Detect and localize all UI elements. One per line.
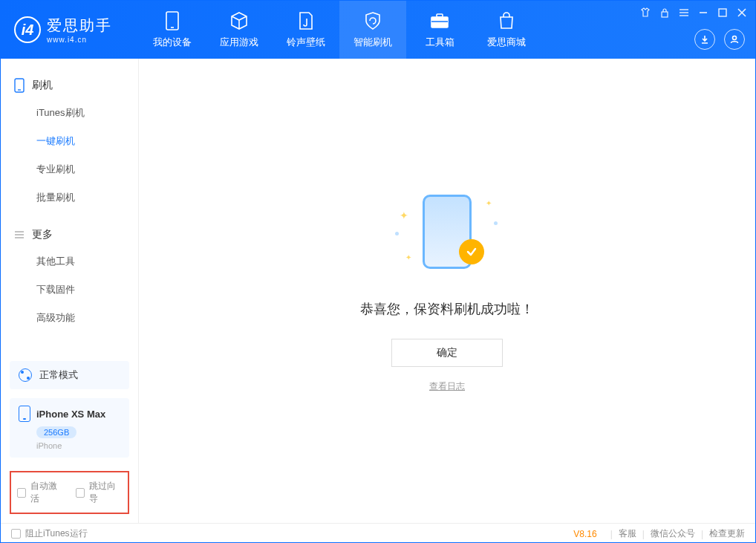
separator: | [610,529,613,539]
app-subtitle: www.i4.cn [47,36,112,44]
lock-icon[interactable] [659,7,671,19]
checkbox-icon [11,529,21,539]
device-card[interactable]: iPhone XS Max 256GB iPhone [10,398,129,458]
shield-refresh-icon [362,10,383,31]
success-illustration: ✦ ✦ ✦ [395,189,499,278]
checkbox-label: 跳过向导 [89,480,122,505]
tab-label: 我的设备 [153,36,192,49]
close-icon[interactable] [736,7,748,19]
mode-card[interactable]: 正常模式 [10,361,129,389]
sidebar-item-pro-flash[interactable]: 专业刷机 [1,155,138,183]
svg-rect-10 [719,9,726,16]
separator: | [642,529,645,539]
checkbox-icon [17,488,26,498]
version-label: V8.16 [573,529,596,539]
sidebar-item-download-firmware[interactable]: 下载固件 [1,276,138,304]
highlighted-checkbox-row: 自动激活 跳过向导 [10,471,129,514]
maximize-icon[interactable] [717,7,729,19]
sparkle-icon: ✦ [486,199,492,207]
app-header: i4 爱思助手 www.i4.cn 我的设备 应用游戏 铃声壁纸 智能刷机 工具… [1,1,755,59]
dot-icon [395,232,399,235]
bag-icon [496,10,517,31]
cube-icon [229,10,250,31]
sidebar-item-oneclick-flash[interactable]: 一键刷机 [1,127,138,155]
tab-label: 工具箱 [426,36,454,49]
sidebar: 刷机 iTunes刷机 一键刷机 专业刷机 批量刷机 更多 其他工具 下载固件 … [1,59,139,523]
ok-button[interactable]: 确定 [391,339,503,367]
body: 刷机 iTunes刷机 一键刷机 专业刷机 批量刷机 更多 其他工具 下载固件 … [1,59,755,523]
checkbox-auto-activate[interactable]: 自动激活 [17,480,64,505]
user-button[interactable] [724,29,745,50]
checkbox-icon [76,488,85,498]
tab-label: 铃声壁纸 [287,36,325,49]
normal-mode-icon [19,368,32,382]
svg-rect-3 [437,14,443,17]
svg-rect-5 [662,12,668,17]
tab-smart-flash[interactable]: 智能刷机 [339,1,406,59]
music-file-icon [296,10,316,31]
view-log-link[interactable]: 查看日志 [429,380,465,393]
sparkle-icon: ✦ [405,253,411,261]
svg-rect-2 [431,17,448,27]
footer-link-support[interactable]: 客服 [619,527,636,540]
tab-toolbox[interactable]: 工具箱 [406,1,473,59]
menu-icon[interactable] [678,7,690,19]
sidebar-item-other-tools[interactable]: 其他工具 [1,247,138,276]
checkbox-block-itunes[interactable]: 阻止iTunes运行 [11,527,88,540]
tab-label: 爱思商城 [487,36,526,49]
sidebar-item-batch-flash[interactable]: 批量刷机 [1,183,138,212]
svg-point-13 [733,36,737,40]
window-controls [639,7,748,19]
tab-label: 应用游戏 [220,36,258,49]
device-phone-icon [19,406,30,422]
sparkle-icon: ✦ [400,209,408,221]
download-button[interactable] [694,29,715,50]
checkbox-skip-guide[interactable]: 跳过向导 [76,480,123,505]
device-name: iPhone XS Max [36,409,105,420]
phone-icon [14,78,25,93]
section-more-label: 更多 [32,228,53,241]
separator: | [701,529,703,539]
footer: 阻止iTunes运行 V8.16 | 客服 | 微信公众号 | 检查更新 [1,523,755,543]
footer-right: V8.16 | 客服 | 微信公众号 | 检查更新 [573,527,745,540]
success-message: 恭喜您，保资料刷机成功啦！ [360,300,534,318]
checkbox-label: 阻止iTunes运行 [25,527,88,540]
section-flash: 刷机 [1,72,138,99]
check-badge-icon [459,239,484,264]
checkbox-label: 自动激活 [30,480,63,505]
list-icon [14,230,25,239]
app-title: 爱思助手 [47,16,112,36]
device-type: iPhone [36,441,120,450]
tab-label: 智能刷机 [353,36,392,49]
footer-link-check-update[interactable]: 检查更新 [709,527,745,540]
app-logo-icon: i4 [14,16,41,43]
section-flash-label: 刷机 [32,79,53,92]
tshirt-icon[interactable] [639,7,651,19]
section-more: 更多 [1,222,138,247]
device-icon [162,10,183,31]
header-actions [694,29,745,50]
device-storage-badge: 256GB [36,426,76,438]
sidebar-item-advanced[interactable]: 高级功能 [1,304,138,332]
tab-apps-games[interactable]: 应用游戏 [206,1,273,59]
footer-link-wechat[interactable]: 微信公众号 [651,527,695,540]
logo-text: 爱思助手 www.i4.cn [47,16,112,44]
main-content: ✦ ✦ ✦ 恭喜您，保资料刷机成功啦！ 确定 查看日志 [139,59,755,523]
sidebar-item-itunes-flash[interactable]: iTunes刷机 [1,99,138,127]
briefcase-icon [429,10,450,31]
nav-tabs: 我的设备 应用游戏 铃声壁纸 智能刷机 工具箱 爱思商城 [139,1,540,59]
mode-label: 正常模式 [39,368,78,382]
dot-icon [494,221,498,225]
minimize-icon[interactable] [697,7,709,19]
tab-my-device[interactable]: 我的设备 [139,1,206,59]
tab-ringtones-wallpapers[interactable]: 铃声壁纸 [273,1,339,59]
tab-store[interactable]: 爱思商城 [473,1,540,59]
logo-area: i4 爱思助手 www.i4.cn [1,16,139,44]
